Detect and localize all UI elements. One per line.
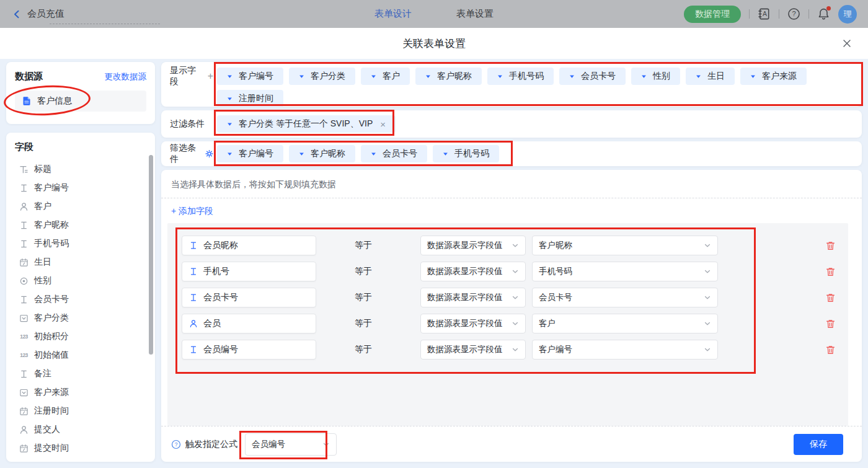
chevron-down-icon <box>704 346 711 353</box>
field-item[interactable]: 提交时间 <box>15 439 146 457</box>
rule-value-select-value: 客户编号 <box>539 344 572 355</box>
screen-condition-tag[interactable]: 客户编号 <box>217 145 283 162</box>
text-icon <box>189 267 198 276</box>
person-icon <box>19 202 29 211</box>
separator <box>808 9 809 19</box>
field-item[interactable]: 客户 <box>15 197 146 216</box>
rule-source-select[interactable]: 数据源表显示字段值 <box>420 314 526 333</box>
delete-rule-button[interactable] <box>825 345 836 355</box>
delete-rule-button[interactable] <box>825 319 836 329</box>
rule-target-field[interactable]: 会员编号 <box>182 340 316 360</box>
delete-rule-button[interactable] <box>825 241 836 251</box>
rule-source-select[interactable]: 数据源表显示字段值 <box>420 236 526 255</box>
field-item[interactable]: 123初始积分 <box>15 327 146 346</box>
screen-condition-tag[interactable]: 客户昵称 <box>289 145 355 162</box>
fill-rules-panel: 会员昵称等于数据源表显示字段值客户昵称手机号等于数据源表显示字段值手机号码会员卡… <box>167 223 848 426</box>
rule-source-select[interactable]: 数据源表显示字段值 <box>420 288 526 307</box>
display-field-tag[interactable]: 性别 <box>631 68 680 85</box>
rule-target-field-label: 会员昵称 <box>203 240 238 251</box>
rule-source-select-value: 数据源表显示字段值 <box>427 318 503 329</box>
display-field-tag[interactable]: 生日 <box>686 68 735 85</box>
field-item[interactable]: 会员卡号 <box>15 290 146 309</box>
change-datasource-link[interactable]: 更改数据源 <box>105 71 147 82</box>
topbar-tab-1[interactable]: 表单设置 <box>456 8 494 20</box>
help-icon[interactable]: ? <box>787 7 800 20</box>
help-icon[interactable]: ? <box>171 439 181 449</box>
field-list: 标题客户编号客户客户昵称手机号码生日性别会员卡号客户分类123初始积分123初始… <box>15 160 146 457</box>
fill-rule-row: 会员卡号等于数据源表显示字段值会员卡号 <box>182 288 848 307</box>
rule-value-select[interactable]: 客户昵称 <box>532 236 718 255</box>
rule-value-select[interactable]: 客户编号 <box>532 340 718 360</box>
field-item[interactable]: 客户昵称 <box>15 216 146 234</box>
triangle-down-icon <box>371 74 376 79</box>
form-title[interactable]: 会员充值 <box>27 8 64 20</box>
screen-condition-tag[interactable]: 手机号码 <box>433 145 499 162</box>
remove-filter-icon[interactable]: × <box>380 119 386 130</box>
triangle-down-icon <box>299 74 304 79</box>
svg-text:?: ? <box>792 10 795 17</box>
display-field-tag-label: 手机号码 <box>509 71 544 82</box>
field-item[interactable]: 提交人 <box>15 420 146 439</box>
trigger-formula-select[interactable]: 会员编号 <box>245 433 337 456</box>
screen-condition-tag[interactable]: 会员卡号 <box>361 145 427 162</box>
rule-target-field-label: 会员 <box>203 318 221 329</box>
rule-target-field[interactable]: 会员 <box>182 314 316 333</box>
rule-source-select[interactable]: 数据源表显示字段值 <box>420 262 526 281</box>
text-icon <box>19 183 29 193</box>
rule-value-select[interactable]: 客户 <box>532 314 718 333</box>
rule-target-field[interactable]: 会员卡号 <box>182 288 316 307</box>
field-item[interactable]: 性别 <box>15 272 146 290</box>
bell-icon[interactable] <box>817 7 830 20</box>
save-button[interactable]: 保存 <box>794 434 843 455</box>
field-item[interactable]: 手机号码 <box>15 234 146 253</box>
rule-value-select[interactable]: 手机号码 <box>532 262 718 281</box>
field-item[interactable]: 标题 <box>15 160 146 179</box>
add-display-field-button[interactable]: + <box>208 71 213 82</box>
calendar-icon <box>19 407 29 416</box>
datasource-item[interactable]: 客户信息 <box>15 91 146 112</box>
display-field-tag[interactable]: 客户来源 <box>740 68 807 85</box>
delete-rule-button[interactable] <box>825 267 836 277</box>
back-icon[interactable] <box>12 10 21 19</box>
filter-condition-card: 过滤条件 客户分类 等于任意一个 SVIP、VIP × <box>161 110 862 138</box>
field-item[interactable]: 客户来源 <box>15 383 146 402</box>
field-item[interactable]: 客户分类 <box>15 309 146 327</box>
number-icon: 123 <box>19 332 29 342</box>
rule-source-select-value: 数据源表显示字段值 <box>427 344 503 355</box>
add-field-link[interactable]: + 添加字段 <box>171 206 213 217</box>
field-item-label: 注册时间 <box>34 405 69 417</box>
scrollbar[interactable] <box>149 155 153 355</box>
gear-icon[interactable] <box>205 149 213 158</box>
screen-condition-tag-label: 客户编号 <box>239 148 273 159</box>
data-manage-button[interactable]: 数据管理 <box>684 6 741 23</box>
rule-target-field[interactable]: 手机号 <box>182 262 316 281</box>
field-item-label: 客户 <box>34 201 51 212</box>
rule-target-field[interactable]: 会员昵称 <box>182 236 316 255</box>
triangle-down-icon <box>425 74 431 79</box>
delete-rule-button[interactable] <box>825 293 836 303</box>
display-field-tag[interactable]: 客户分类 <box>289 68 355 85</box>
display-field-tag[interactable]: 手机号码 <box>487 68 554 85</box>
filter-condition-tag[interactable]: 客户分类 等于任意一个 SVIP、VIP × <box>217 115 396 133</box>
display-field-tag[interactable]: 客户 <box>361 68 410 85</box>
avatar[interactable]: 理 <box>838 5 857 24</box>
field-item[interactable]: 注册时间 <box>15 402 146 420</box>
field-item[interactable]: 生日 <box>15 253 146 272</box>
display-field-tag[interactable]: 客户昵称 <box>415 68 482 85</box>
topbar-tab-0[interactable]: 表单设计 <box>374 8 412 20</box>
rule-value-select[interactable]: 会员卡号 <box>532 288 718 307</box>
calendar-icon <box>19 444 29 453</box>
contacts-icon[interactable]: A <box>758 7 771 20</box>
field-item-label: 初始积分 <box>34 331 69 342</box>
display-field-tag-label: 客户编号 <box>239 71 273 82</box>
display-field-tag[interactable]: 会员卡号 <box>559 68 626 85</box>
filter-condition-label-row: 过滤条件 <box>170 115 213 133</box>
rule-source-select[interactable]: 数据源表显示字段值 <box>420 340 526 360</box>
field-item[interactable]: 备注 <box>15 364 146 383</box>
close-icon[interactable] <box>842 38 852 48</box>
title-icon <box>19 165 29 174</box>
field-item[interactable]: 客户编号 <box>15 179 146 197</box>
field-item[interactable]: 123初始储值 <box>15 346 146 364</box>
display-field-tag[interactable]: 注册时间 <box>217 90 283 107</box>
display-field-tag[interactable]: 客户编号 <box>217 68 283 85</box>
